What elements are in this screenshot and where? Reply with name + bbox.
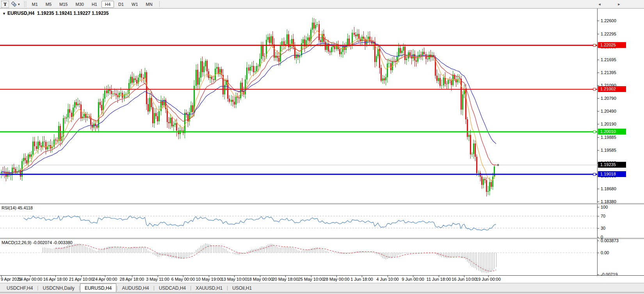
time-label: 6 May 00:00 xyxy=(171,277,195,282)
timeframe-button-d1[interactable]: D1 xyxy=(115,1,127,8)
price-axis[interactable]: 1.226001.222951.219951.216951.213951.210… xyxy=(598,9,644,203)
time-label: 28 Apr 18:00 xyxy=(120,277,144,282)
main-chart-canvas[interactable]: ▼EURUSD,H4 1.19235 1.19241 1.19227 1.192… xyxy=(0,9,598,203)
axis-tick-label: 1.19585 xyxy=(601,148,616,153)
axis-tick xyxy=(598,207,599,207)
axis-tick xyxy=(598,85,599,86)
price-level-label: 1.19235 xyxy=(598,162,626,168)
axis-tick-label: 30 xyxy=(601,226,605,231)
macd-plot[interactable] xyxy=(0,239,598,275)
rsi-axis[interactable]: 10070300 xyxy=(598,204,644,238)
timeframe-button-h1[interactable]: H1 xyxy=(88,1,101,8)
ma-fast-line xyxy=(1,30,496,181)
text-tool-label: T xyxy=(4,2,7,7)
axis-tick xyxy=(598,216,599,216)
time-label: 13 May 10:00 xyxy=(221,277,247,282)
price-level-label: 1.21002 xyxy=(598,86,626,92)
time-label: 16 Jun 10:00 xyxy=(452,277,477,282)
price-level-label: 1.20010 xyxy=(598,129,626,135)
axis-tick-label: 0.003873 xyxy=(601,238,619,243)
axis-tick-label: 1.20790 xyxy=(601,96,616,101)
axis-tick xyxy=(598,150,599,151)
axis-tick xyxy=(598,124,599,124)
time-axis[interactable]: 9 Apr 202114 Apr 00:0016 Apr 18:0021 Apr… xyxy=(0,275,644,282)
axis-tick xyxy=(598,73,599,73)
timeframe-button-m15[interactable]: M15 xyxy=(56,1,71,8)
price-level-label: 1.22025 xyxy=(598,42,626,48)
chart-tab-bar: USDCHF,H4|USDCNH,Daily|EURUSD,H4|AUDUSD,… xyxy=(0,283,644,292)
axis-tick xyxy=(598,253,599,253)
timeframe-button-mn[interactable]: MN xyxy=(142,1,156,8)
timeframe-button-m30[interactable]: M30 xyxy=(72,1,87,8)
rsi-plot[interactable] xyxy=(0,204,598,238)
time-label: 28 May 00:00 xyxy=(324,277,350,282)
axis-tick-label: 1.22600 xyxy=(601,18,616,23)
axis-tick xyxy=(598,202,599,202)
axis-tick-label: 70 xyxy=(601,214,605,219)
text-cursor-tool-button[interactable]: T xyxy=(1,1,9,8)
chart-tab-eurusd-h4[interactable]: EURUSD,H4 xyxy=(80,283,116,292)
axis-tick xyxy=(598,189,599,189)
chart-title: ▼EURUSD,H4 1.19235 1.19241 1.19227 1.192… xyxy=(2,11,109,16)
axis-tick-label: 1.21695 xyxy=(601,57,616,62)
axis-tick-label: 1.22295 xyxy=(601,32,616,37)
time-label: 24 Apr 00:00 xyxy=(93,277,117,282)
collapse-triangle-icon[interactable]: ▼ xyxy=(2,12,6,16)
time-label: 16 Apr 18:00 xyxy=(43,277,68,282)
rsi-label: RSI(14) 45.4118 xyxy=(2,205,33,210)
tab-scroll-right-icon[interactable]: ► xyxy=(616,2,622,6)
timeframe-button-h4[interactable]: H4 xyxy=(101,1,114,8)
chart-tab-audusd-h4[interactable]: AUDUSD,H4 xyxy=(117,284,153,292)
window-bottom-edge xyxy=(0,292,644,294)
toolbar-grip[interactable] xyxy=(24,2,26,7)
chart-tab-usdcnh-daily[interactable]: USDCNH,Daily xyxy=(38,284,78,292)
time-label: 21 Apr 10:00 xyxy=(69,277,93,282)
axis-tick xyxy=(598,241,599,241)
time-label: 9 Jun 00:00 xyxy=(402,277,424,282)
timeframe-button-m1[interactable]: M1 xyxy=(28,1,41,8)
axis-tick xyxy=(598,137,599,138)
macd-axis[interactable]: 0.0038730.00-0.00719 xyxy=(598,239,644,275)
axis-tick xyxy=(598,111,599,112)
axis-tick-label: 1.18380 xyxy=(601,199,616,204)
toolbar: T ▾ M1M5M15M30H1H4D1W1MN xyxy=(0,0,644,8)
time-label: 19 Jun 00:00 xyxy=(476,277,501,282)
axis-tick-label: 1.20490 xyxy=(601,109,616,114)
axis-tick-label: 0.00 xyxy=(601,250,609,255)
axis-tick xyxy=(598,60,599,60)
time-label: 18 May 00:00 xyxy=(247,277,273,282)
toolbar-separator xyxy=(159,1,160,7)
macd-label: MACD(12,26,9) -0.002074 -0.003380 xyxy=(2,240,73,245)
candlestick-plot[interactable] xyxy=(0,9,598,203)
time-label: 4 Jun 10:00 xyxy=(376,277,399,282)
axis-tick-label: 1.20190 xyxy=(601,122,616,127)
axis-tick xyxy=(598,98,599,99)
axis-tick xyxy=(598,34,599,34)
axis-tick-label: 1.18680 xyxy=(601,186,616,191)
timeframe-button-w1[interactable]: W1 xyxy=(128,1,142,8)
candlesticks xyxy=(1,18,497,196)
tab-scroll-left-icon[interactable]: ◄ xyxy=(596,2,603,6)
timeframe-buttons: M1M5M15M30H1H4D1W1MN xyxy=(28,1,157,8)
axis-tick xyxy=(598,275,599,275)
macd-canvas[interactable]: MACD(12,26,9) -0.002074 -0.003380 xyxy=(0,239,598,275)
time-label: 14 Apr 00:00 xyxy=(18,277,42,282)
time-label: 11 Jun 18:00 xyxy=(427,277,451,282)
chart-tab-usoil-h1[interactable]: USOil,H1 xyxy=(228,284,256,292)
chart-tab-usdcad-h4[interactable]: USDCAD,H4 xyxy=(155,284,190,292)
chart-tab-xauusd-h1[interactable]: XAUUSD,H1 xyxy=(191,284,227,292)
axis-tick-label: 100 xyxy=(601,205,608,210)
axis-tick xyxy=(598,237,599,237)
time-label: 10 May 19:00 xyxy=(196,277,222,282)
axis-tick-label: 1.21395 xyxy=(601,70,616,75)
ma-slow-line xyxy=(1,42,496,173)
timeframe-button-m5[interactable]: M5 xyxy=(42,1,55,8)
price-level-label: 1.19018 xyxy=(598,171,626,177)
time-label: 1 Jun 18:00 xyxy=(350,277,373,282)
dropdown-caret-icon: ▾ xyxy=(18,2,20,6)
time-label: 20 May 18:00 xyxy=(272,277,299,282)
rsi-canvas[interactable]: RSI(14) 45.4118 xyxy=(0,204,598,238)
object-styles-button[interactable]: ▾ xyxy=(10,1,21,8)
time-label: 3 May 11:00 xyxy=(146,277,169,282)
chart-tab-usdchf-h4[interactable]: USDCHF,H4 xyxy=(2,284,37,292)
